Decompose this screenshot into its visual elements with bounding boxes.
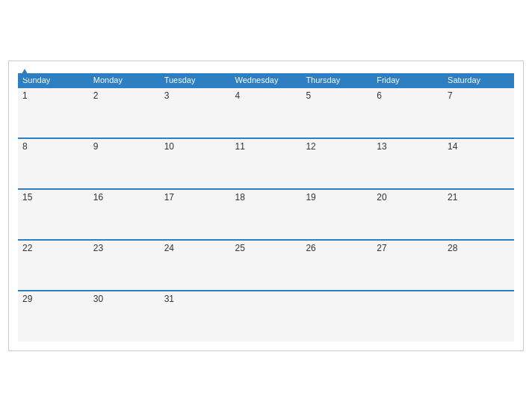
day-cell-2: 2 bbox=[89, 87, 160, 138]
day-cell-4: 4 bbox=[231, 87, 302, 138]
week-row-5: 293031 bbox=[18, 291, 514, 342]
day-number: 5 bbox=[306, 90, 311, 101]
day-number: 12 bbox=[306, 141, 315, 152]
day-number: 30 bbox=[93, 294, 103, 304]
calendar: SundayMondayTuesdayWednesdayThursdayFrid… bbox=[8, 61, 524, 351]
week-row-2: 891011121314 bbox=[18, 138, 514, 189]
day-cell-13: 13 bbox=[372, 138, 443, 189]
day-cell-5: 5 bbox=[301, 87, 372, 138]
day-cell-30: 30 bbox=[89, 291, 160, 342]
day-number: 9 bbox=[93, 141, 99, 152]
day-cell-8: 8 bbox=[18, 138, 89, 189]
weekday-header-friday: Friday bbox=[372, 73, 443, 87]
week-row-4: 22232425262728 bbox=[18, 240, 514, 291]
calendar-thead: SundayMondayTuesdayWednesdayThursdayFrid… bbox=[18, 73, 514, 87]
day-number: 29 bbox=[22, 294, 32, 304]
day-cell-11: 11 bbox=[231, 138, 302, 189]
day-cell-17: 17 bbox=[160, 189, 231, 240]
day-cell-15: 15 bbox=[18, 189, 89, 240]
day-number: 18 bbox=[235, 192, 245, 203]
day-cell-6: 6 bbox=[372, 87, 443, 138]
day-number: 20 bbox=[377, 192, 386, 203]
empty-cell bbox=[372, 291, 443, 342]
day-cell-7: 7 bbox=[443, 87, 514, 138]
day-number: 22 bbox=[22, 243, 32, 253]
day-number: 4 bbox=[235, 90, 241, 101]
day-cell-9: 9 bbox=[89, 138, 160, 189]
day-number: 8 bbox=[22, 141, 28, 152]
day-number: 15 bbox=[22, 192, 32, 203]
day-number: 1 bbox=[22, 90, 28, 101]
empty-cell bbox=[301, 291, 372, 342]
day-number: 2 bbox=[93, 90, 99, 101]
day-cell-12: 12 bbox=[301, 138, 372, 189]
week-row-1: 1234567 bbox=[18, 87, 514, 138]
day-number: 19 bbox=[306, 192, 315, 203]
logo-blue-row bbox=[18, 69, 30, 78]
day-number: 16 bbox=[93, 192, 103, 203]
logo bbox=[18, 69, 30, 78]
weekday-header-saturday: Saturday bbox=[443, 73, 514, 87]
weekday-header-thursday: Thursday bbox=[301, 73, 372, 87]
weekday-header-tuesday: Tuesday bbox=[160, 73, 231, 87]
day-cell-21: 21 bbox=[443, 189, 514, 240]
day-number: 25 bbox=[235, 243, 245, 253]
weekday-header-wednesday: Wednesday bbox=[231, 73, 302, 87]
day-cell-31: 31 bbox=[160, 291, 231, 342]
empty-cell bbox=[231, 291, 302, 342]
day-cell-24: 24 bbox=[160, 240, 231, 291]
day-cell-29: 29 bbox=[18, 291, 89, 342]
day-cell-10: 10 bbox=[160, 138, 231, 189]
day-number: 23 bbox=[93, 243, 103, 253]
day-cell-27: 27 bbox=[372, 240, 443, 291]
day-cell-22: 22 bbox=[18, 240, 89, 291]
day-number: 3 bbox=[164, 90, 170, 101]
day-cell-25: 25 bbox=[231, 240, 302, 291]
day-number: 6 bbox=[377, 90, 382, 101]
day-cell-23: 23 bbox=[89, 240, 160, 291]
weekday-header-row: SundayMondayTuesdayWednesdayThursdayFrid… bbox=[18, 73, 514, 87]
day-cell-20: 20 bbox=[372, 189, 443, 240]
day-number: 14 bbox=[448, 141, 457, 152]
logo-triangle-icon bbox=[19, 69, 30, 78]
day-number: 11 bbox=[235, 141, 245, 152]
day-cell-3: 3 bbox=[160, 87, 231, 138]
day-number: 26 bbox=[306, 243, 315, 253]
day-number: 10 bbox=[164, 141, 174, 152]
day-number: 31 bbox=[164, 294, 174, 304]
day-number: 24 bbox=[164, 243, 174, 253]
weekday-header-monday: Monday bbox=[89, 73, 160, 87]
week-row-3: 15161718192021 bbox=[18, 189, 514, 240]
day-number: 28 bbox=[448, 243, 457, 253]
calendar-tbody: 1234567891011121314151617181920212223242… bbox=[18, 87, 514, 342]
day-cell-19: 19 bbox=[301, 189, 372, 240]
day-cell-18: 18 bbox=[231, 189, 302, 240]
day-cell-26: 26 bbox=[301, 240, 372, 291]
day-number: 17 bbox=[164, 192, 174, 203]
day-number: 13 bbox=[377, 141, 386, 152]
calendar-table: SundayMondayTuesdayWednesdayThursdayFrid… bbox=[18, 73, 514, 342]
day-cell-14: 14 bbox=[443, 138, 514, 189]
day-number: 7 bbox=[448, 90, 453, 101]
day-number: 27 bbox=[377, 243, 386, 253]
day-cell-28: 28 bbox=[443, 240, 514, 291]
day-cell-16: 16 bbox=[89, 189, 160, 240]
day-number: 21 bbox=[448, 192, 457, 203]
day-cell-1: 1 bbox=[18, 87, 89, 138]
empty-cell bbox=[443, 291, 514, 342]
